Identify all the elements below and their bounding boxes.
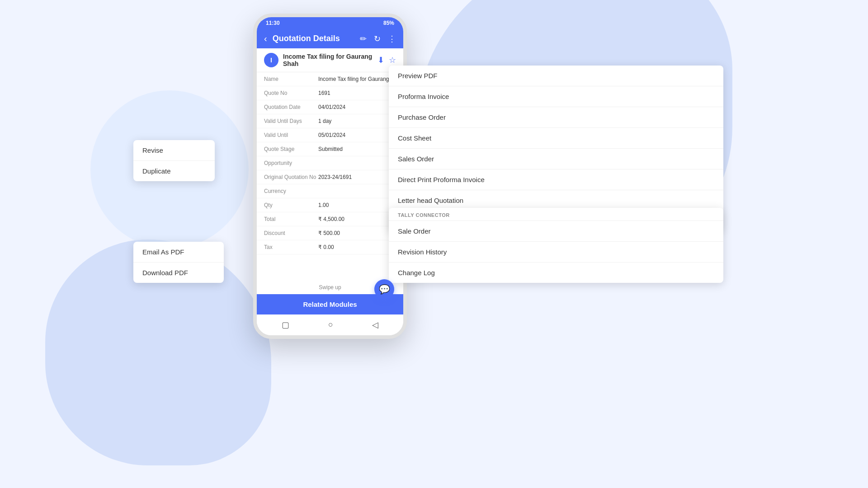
preview-pdf-item[interactable]: Preview PDF (389, 66, 723, 86)
nav-triangle-icon[interactable]: ◁ (372, 320, 378, 330)
label-opportunity: Opportunity (264, 160, 318, 166)
label-total: Total (264, 216, 318, 222)
purchase-order-item[interactable]: Purchase Order (389, 107, 723, 128)
revision-history-item[interactable]: Revision History (389, 242, 723, 263)
detail-rows: Name Income Tax filing for Gaurang S Quo… (257, 72, 403, 254)
preview-pdf-menu: Preview PDF Proforma Invoice Purchase Or… (389, 66, 723, 231)
chat-bubble-button[interactable]: 💬 (374, 279, 394, 299)
label-qty: Qty (264, 202, 318, 208)
phone: 11:30 85% ‹ Quotation Details ✏ ↻ ⋮ I In… (253, 14, 407, 339)
change-log-item[interactable]: Change Log (389, 263, 723, 283)
value-qty: 1.00 (318, 202, 329, 208)
value-quotation-date: 04/01/2024 (318, 104, 345, 110)
detail-row-valid-until-days: Valid Until Days 1 day (257, 114, 403, 128)
avatar: I (264, 53, 278, 67)
label-name: Name (264, 76, 318, 82)
quote-title: Income Tax filing for Gaurang Shah (283, 53, 373, 67)
sale-order-tally-item[interactable]: Sale Order (389, 221, 723, 242)
value-total: ₹ 4,500.00 (318, 216, 344, 222)
tally-connector-header: TALLY CONNECTOR (389, 208, 723, 221)
value-quote-no: 1691 (318, 90, 330, 96)
edit-icon[interactable]: ✏ (360, 34, 367, 44)
signal-icons: 85% (383, 20, 394, 26)
header-icons: ✏ ↻ ⋮ (360, 34, 396, 44)
detail-row-opportunity: Opportunity (257, 156, 403, 170)
value-valid-until: 05/01/2024 (318, 132, 345, 138)
detail-row-original-quotation: Original Quotation No 2023-24/1691 (257, 170, 403, 184)
label-quote-no: Quote No (264, 90, 318, 96)
refresh-icon[interactable]: ↻ (374, 34, 381, 44)
detail-row-currency: Currency (257, 184, 403, 198)
revise-menu-item[interactable]: Revise (133, 140, 215, 161)
value-valid-until-days: 1 day (318, 118, 331, 124)
download-pdf-menu-item[interactable]: Download PDF (133, 263, 224, 283)
detail-row-valid-until: Valid Until 05/01/2024 (257, 128, 403, 142)
detail-row-total: Total ₹ 4,500.00 (257, 212, 403, 226)
sales-order-item[interactable]: Sales Order (389, 149, 723, 169)
label-tax: Tax (264, 244, 318, 250)
label-original-quotation: Original Quotation No (264, 174, 318, 180)
detail-row-discount: Discount ₹ 500.00 (257, 226, 403, 240)
email-pdf-menu: Email As PDF Download PDF (133, 242, 224, 283)
star-icon[interactable]: ☆ (389, 55, 396, 65)
label-quotation-date: Quotation Date (264, 104, 318, 110)
cost-sheet-item[interactable]: Cost Sheet (389, 128, 723, 149)
nav-square-icon[interactable]: ▢ (282, 320, 289, 330)
value-original-quotation: 2023-24/1691 (318, 174, 352, 180)
email-as-pdf-menu-item[interactable]: Email As PDF (133, 242, 224, 263)
label-currency: Currency (264, 188, 318, 194)
quote-actions: ⬇ ☆ (377, 55, 396, 65)
detail-row-quote-no: Quote No 1691 (257, 86, 403, 100)
detail-row-qty: Qty 1.00 (257, 198, 403, 212)
value-quote-stage: Submitted (318, 146, 343, 152)
phone-header: ‹ Quotation Details ✏ ↻ ⋮ (257, 29, 403, 48)
chat-icon: 💬 (379, 284, 390, 295)
nav-bar: ▢ ○ ◁ (257, 314, 403, 335)
tally-connector-menu: TALLY CONNECTOR Sale Order Revision Hist… (389, 208, 723, 283)
label-valid-until: Valid Until (264, 132, 318, 138)
back-button[interactable]: ‹ (264, 33, 267, 44)
phone-container: 11:30 85% ‹ Quotation Details ✏ ↻ ⋮ I In… (253, 14, 407, 339)
value-discount: ₹ 500.00 (318, 230, 340, 236)
label-quote-stage: Quote Stage (264, 146, 318, 152)
detail-row-tax: Tax ₹ 0.00 (257, 240, 403, 254)
nav-circle-icon[interactable]: ○ (328, 320, 333, 330)
detail-row-quote-stage: Quote Stage Submitted (257, 142, 403, 156)
quote-info-bar: I Income Tax filing for Gaurang Shah ⬇ ☆ (257, 48, 403, 72)
value-tax: ₹ 0.00 (318, 244, 334, 250)
detail-row-quotation-date: Quotation Date 04/01/2024 (257, 100, 403, 114)
label-discount: Discount (264, 230, 318, 236)
duplicate-menu-item[interactable]: Duplicate (133, 161, 215, 181)
label-valid-until-days: Valid Until Days (264, 118, 318, 124)
battery-display: 85% (383, 20, 394, 26)
proforma-invoice-item[interactable]: Proforma Invoice (389, 86, 723, 107)
time-display: 11:30 (266, 20, 280, 26)
download-icon[interactable]: ⬇ (377, 55, 384, 65)
direct-print-proforma-item[interactable]: Direct Print Proforma Invoice (389, 169, 723, 190)
status-bar: 11:30 85% (257, 17, 403, 29)
detail-row-name: Name Income Tax filing for Gaurang S (257, 72, 403, 86)
more-icon[interactable]: ⋮ (388, 34, 396, 44)
value-name: Income Tax filing for Gaurang S (318, 76, 394, 82)
revise-duplicate-menu: Revise Duplicate (133, 140, 215, 181)
page-title: Quotation Details (273, 34, 354, 43)
